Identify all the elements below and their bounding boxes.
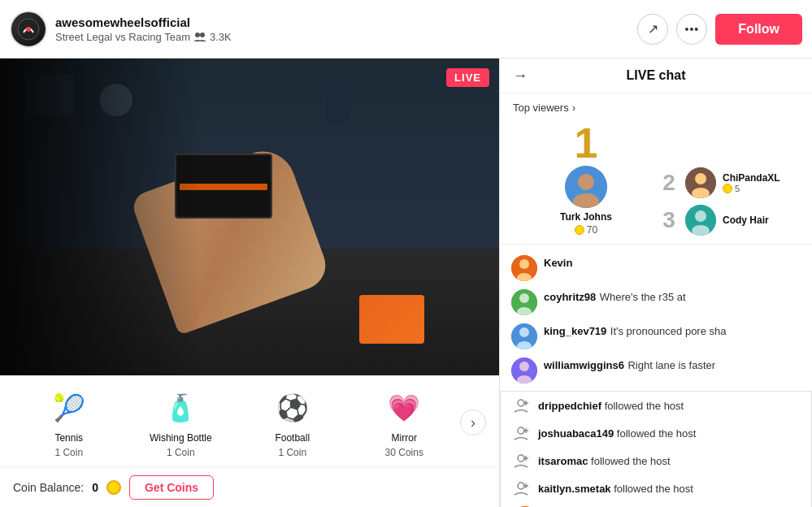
follow-notif-itsaromac: itsaromac followed the host [501, 447, 811, 474]
podium-third-place: 3 Cody Hair [659, 205, 792, 236]
wishing-bottle-price: 1 Coin [167, 447, 195, 458]
device-display [180, 184, 267, 190]
viewer-2-coin-amount: 5 [735, 184, 740, 193]
followers-count: 3.3K [210, 31, 232, 43]
follow-icon-itsaromac [512, 452, 530, 470]
follow-text-joshuabaca: joshuabaca149 followed the host [538, 427, 696, 440]
svg-point-11 [695, 210, 706, 222]
viewers-podium: 1 Turk Johns 70 [513, 122, 799, 236]
follow-notif-drippedchief: drippedchief followed the host [501, 392, 811, 419]
wishing-bottle-name: Wishing Bottle [150, 432, 212, 444]
kevin-username: Kevin [544, 257, 572, 269]
share-button[interactable]: ↗ [637, 14, 668, 45]
follow-button[interactable]: Follow [715, 14, 802, 45]
svg-point-2 [195, 32, 200, 37]
svg-point-17 [519, 293, 529, 303]
follow-text-kaitlyn: kaitlyn.smetak followed the host [538, 483, 693, 495]
podium-first-place: 1 Turk Johns 70 [519, 122, 653, 236]
header: awesomewheelsofficial Street Legal vs Ra… [0, 0, 812, 58]
wishing-bottle-icon: 🧴 [159, 387, 202, 429]
viewer-1-coin-icon [575, 225, 584, 235]
viewer-2-coins: 5 [723, 184, 780, 193]
gift-item-mirror[interactable]: 💗 Mirror 30 Coins [349, 387, 461, 458]
tennis-price: 1 Coin [54, 447, 83, 458]
team-label: Street Legal vs Racing Team [55, 31, 190, 43]
rank-number-2: 2 [659, 170, 679, 196]
follow-text-itsaromac: itsaromac followed the host [538, 455, 671, 467]
king-kev-username: king_kev719 [544, 325, 606, 337]
viewer-3-avatar [685, 205, 716, 236]
coin-icon [106, 480, 121, 495]
share-icon: ↗ [648, 21, 658, 37]
gift-items-list: 🎾 Tennis 1 Coin 🧴 Wishing Bottle 1 Coin … [13, 387, 460, 458]
logo-icon [17, 18, 40, 41]
coin-label: Coin Balance: [13, 481, 84, 494]
header-actions: ↗ ••• Follow [637, 14, 802, 45]
follow-notif-kaitlyn: kaitlyn.smetak followed the host [501, 474, 811, 502]
gift-item-football[interactable]: ⚽ Football 1 Coin [237, 387, 349, 458]
kevin-message: Kevin [544, 255, 801, 270]
kaitlyn-username: kaitlyn.smetak [538, 483, 611, 495]
video-area: LIVE [0, 58, 499, 375]
gifts-bar: 🎾 Tennis 1 Coin 🧴 Wishing Bottle 1 Coin … [0, 375, 499, 466]
left-panel: LIVE 🎾 Tennis 1 Coin 🧴 Wishing Bottle 1 … [0, 58, 499, 507]
channel-subtitle: Street Legal vs Racing Team 3.3K [55, 31, 637, 43]
king-kev-message: king_kev719 It's pronounced pore sha [544, 323, 801, 338]
williamwiggins-username: williamwiggins6 [544, 359, 624, 371]
king-kev-text: It's pronounced pore sha [610, 325, 727, 337]
viewer-1-coins: 70 [575, 224, 597, 236]
svg-point-25 [518, 400, 524, 406]
itsaromac-follow-text: followed the host [591, 455, 671, 467]
coin-amount: 0 [92, 481, 98, 494]
chat-back-icon[interactable]: → [513, 67, 528, 84]
svg-point-8 [695, 173, 706, 184]
tennis-icon: 🎾 [48, 387, 90, 429]
williamwiggins-text: Right lane is faster [627, 359, 715, 371]
more-button[interactable]: ••• [676, 14, 707, 45]
top-viewers-label[interactable]: Top viewers › [513, 102, 799, 114]
chat-message-kevin: Kevin [500, 251, 812, 285]
football-icon: ⚽ [271, 387, 314, 429]
joshuabaca-username: joshuabaca149 [538, 427, 614, 440]
gift-item-wishing-bottle[interactable]: 🧴 Wishing Bottle 1 Coin [125, 387, 237, 458]
avatar-logo [12, 13, 45, 46]
mirror-name: Mirror [392, 432, 417, 444]
top-viewers-section: Top viewers › 1 Turk Johns [500, 93, 812, 245]
chat-message-coyhritz: coyhritz98 Where's the r35 at [500, 285, 812, 319]
king-kev-avatar [511, 323, 537, 349]
viewer-2-name: ChiPandaXL [723, 172, 780, 184]
viewer-2-info: ChiPandaXL 5 [723, 172, 780, 193]
scene-item-1 [25, 75, 74, 115]
follow-notif-joshuabaca: joshuabaca149 followed the host [501, 419, 811, 447]
coyhritz-text: Where's the r35 at [600, 291, 686, 303]
scene-item-2 [100, 84, 132, 116]
channel-info: awesomewheelsofficial Street Legal vs Ra… [55, 15, 637, 43]
main-content: LIVE 🎾 Tennis 1 Coin 🧴 Wishing Bottle 1 … [0, 58, 812, 507]
video-scene [0, 58, 499, 375]
viewer-1-coin-amount: 70 [587, 224, 597, 236]
coyhritz-message: coyhritz98 Where's the r35 at [544, 289, 801, 304]
right-panel: → LIVE chat Top viewers › 1 [499, 58, 812, 507]
next-icon: › [471, 414, 475, 431]
coin-bar: Coin Balance: 0 Get Coins [0, 466, 499, 507]
more-icon: ••• [684, 23, 699, 36]
podium-second-place: 2 ChiPandaXL 5 [659, 167, 792, 198]
follow-text-drippedchief: drippedchief followed the host [538, 400, 684, 412]
viewer-1-avatar [565, 166, 607, 208]
coyhritz-avatar [511, 289, 537, 315]
chat-message-williamwiggins: williamwiggins6 Right lane is faster [500, 353, 812, 388]
gifts-next-button[interactable]: › [460, 410, 486, 436]
viewer-3-avatar-img [685, 205, 716, 236]
football-price: 1 Coin [278, 447, 306, 458]
svg-point-23 [519, 362, 529, 371]
mirror-icon: 💗 [383, 387, 425, 429]
get-coins-button[interactable]: Get Coins [129, 475, 214, 500]
podium-right-group: 2 ChiPandaXL 5 [659, 167, 792, 236]
follow-icon-drippedchief [512, 396, 530, 414]
scene-item-3 [325, 75, 350, 124]
chat-title: LIVE chat [627, 68, 686, 83]
gift-item-tennis[interactable]: 🎾 Tennis 1 Coin [13, 387, 125, 458]
viewer-2-coin-icon [723, 184, 732, 193]
drippedchief-follow-text: followed the host [605, 400, 684, 412]
itsaromac-username: itsaromac [538, 455, 588, 467]
